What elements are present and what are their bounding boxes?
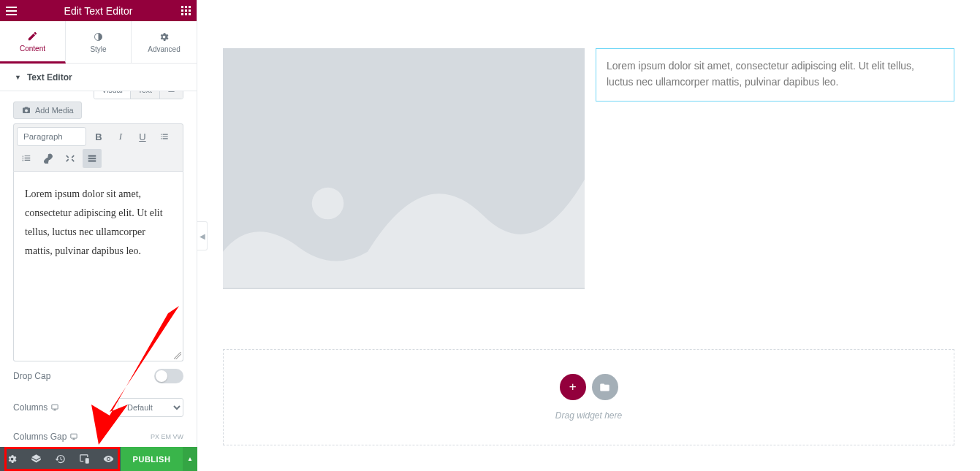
tab-style-label: Style	[90, 45, 106, 53]
svg-rect-2	[88, 158, 96, 159]
add-media-button[interactable]: Add Media	[13, 102, 82, 119]
gear-icon	[7, 453, 18, 464]
units-label[interactable]: PX EM VW	[151, 433, 183, 440]
footer-bar: PUBLISH ▲	[0, 447, 197, 471]
history-button[interactable]	[48, 447, 72, 471]
section-title: Text Editor	[27, 72, 72, 83]
responsive-button[interactable]	[72, 447, 96, 471]
drop-zone[interactable]: + Drag widget here	[223, 349, 954, 445]
italic-button[interactable]: I	[111, 127, 130, 146]
add-section-button[interactable]: +	[560, 374, 586, 400]
editor-toolbar: Paragraph B I U	[13, 123, 183, 172]
publish-button[interactable]: PUBLISH	[121, 447, 183, 471]
text-widget-selected[interactable]: Lorem ipsum dolor sit amet, consectetur …	[596, 48, 954, 102]
tab-content[interactable]: Content	[0, 21, 66, 64]
header: Edit Text Editor	[0, 0, 197, 21]
section-text-editor[interactable]: ▼ Text Editor	[0, 64, 197, 91]
editor-mode-tabs: Visual Text	[94, 91, 183, 99]
panel-tabs: Content Style Advanced	[0, 21, 197, 64]
tab-style[interactable]: Style	[66, 21, 132, 63]
list-icon	[167, 91, 175, 93]
settings-button[interactable]	[0, 447, 24, 471]
fullscreen-button[interactable]	[61, 149, 80, 168]
columns-gap-control: Columns Gap PX EM VW	[13, 424, 183, 442]
bullet-list-button[interactable]	[155, 127, 174, 146]
desktop-icon	[69, 433, 78, 440]
numbered-list-button[interactable]	[17, 149, 36, 168]
preview-button[interactable]	[96, 447, 121, 471]
publish-options-button[interactable]: ▲	[183, 447, 197, 471]
tab-advanced[interactable]: Advanced	[132, 21, 197, 63]
bold-button[interactable]: B	[89, 127, 108, 146]
columns-control: Columns Default	[13, 391, 183, 424]
folder-icon	[599, 382, 610, 393]
editor-tab-visual[interactable]: Visual	[94, 91, 130, 99]
svg-rect-3	[88, 160, 96, 161]
caret-down-icon: ▼	[15, 74, 21, 81]
dropcap-switch[interactable]	[154, 369, 183, 383]
header-title: Edit Text Editor	[22, 5, 175, 17]
contrast-icon	[93, 31, 104, 42]
navigator-button[interactable]	[24, 447, 48, 471]
add-template-button[interactable]	[592, 374, 618, 400]
widgets-icon[interactable]	[175, 0, 197, 21]
toolbar-toggle-button[interactable]	[83, 149, 102, 168]
columns-label: Columns	[13, 402, 59, 413]
svg-rect-1	[88, 155, 96, 156]
devices-icon	[79, 453, 90, 464]
drop-hint: Drag widget here	[555, 410, 622, 421]
history-icon	[55, 453, 66, 464]
format-select[interactable]: Paragraph	[17, 127, 86, 146]
dropcap-label: Drop Cap	[13, 371, 50, 381]
camera-icon	[21, 106, 31, 115]
preview-canvas: Lorem ipsum dolor sit amet, consectetur …	[197, 0, 980, 471]
svg-rect-5	[71, 434, 77, 438]
svg-rect-4	[52, 405, 58, 409]
layers-icon	[31, 453, 42, 464]
editor-tab-more[interactable]	[160, 91, 183, 99]
menu-icon[interactable]	[0, 0, 22, 21]
dropcap-control: Drop Cap	[13, 361, 183, 391]
image-placeholder-icon	[223, 48, 585, 289]
link-button[interactable]	[39, 149, 58, 168]
add-media-label: Add Media	[35, 106, 74, 115]
pencil-icon	[27, 31, 38, 42]
columns-select[interactable]: Default	[118, 398, 183, 417]
editor-tab-text[interactable]: Text	[131, 91, 160, 99]
tab-advanced-label: Advanced	[148, 45, 180, 53]
image-placeholder[interactable]	[223, 48, 585, 289]
gear-icon	[159, 31, 170, 42]
columns-gap-label: Columns Gap	[13, 432, 78, 442]
underline-button[interactable]: U	[133, 127, 152, 146]
tab-content-label: Content	[20, 45, 45, 53]
eye-icon	[103, 453, 114, 464]
desktop-icon	[50, 404, 59, 411]
svg-point-7	[312, 188, 344, 220]
text-editor-content[interactable]: Lorem ipsum dolor sit amet, consectetur …	[13, 172, 183, 361]
